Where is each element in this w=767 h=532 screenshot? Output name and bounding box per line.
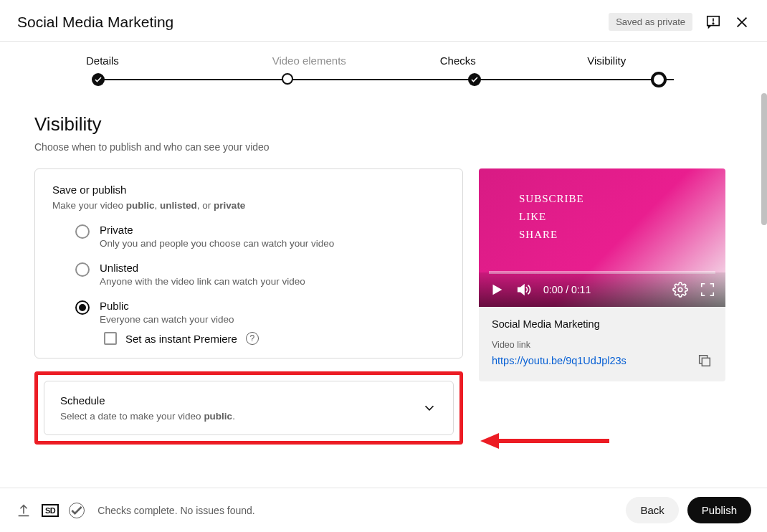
premiere-checkbox[interactable]: [104, 332, 117, 345]
step-label: Details: [86, 54, 119, 67]
annotation-highlight: Schedule Select a date to make your vide…: [34, 371, 463, 445]
step-checks[interactable]: Checks: [384, 54, 533, 77]
video-controls: 0:00 / 0:11: [479, 272, 725, 307]
dialog-footer: SD Checks complete. No issues found. Bac…: [0, 488, 767, 532]
page-title: Visibility: [34, 113, 733, 136]
saved-badge: Saved as private: [609, 13, 692, 31]
back-button[interactable]: Back: [626, 497, 678, 523]
upload-icon[interactable]: [16, 503, 32, 518]
radio-icon[interactable]: [75, 300, 90, 315]
option-title: Private: [100, 224, 334, 236]
video-link[interactable]: https://youtu.be/9q1UdJpl23s: [492, 355, 627, 366]
video-time: 0:00 / 0:11: [543, 284, 661, 295]
play-icon[interactable]: [489, 282, 505, 298]
video-link-label: Video link: [492, 340, 713, 350]
radio-option-public[interactable]: Public Everyone can watch your video: [52, 300, 445, 325]
fullscreen-icon[interactable]: [700, 282, 715, 298]
radio-text: Private Only you and people you choose c…: [100, 224, 334, 249]
preview-title: Social Media Marketing: [492, 318, 713, 330]
left-column: Save or publish Make your video public, …: [34, 168, 463, 445]
premiere-row: Set as instant Premiere ?: [52, 332, 445, 345]
footer-right: Back Publish: [626, 497, 751, 523]
text-bold: public: [126, 200, 155, 211]
text: Select a date to make your video: [60, 411, 204, 422]
step-details[interactable]: Details: [86, 54, 235, 77]
video-thumbnail[interactable]: SUBSCRIBE LIKE SHARE 0:00 / 0:11: [479, 168, 725, 307]
step-line: [93, 79, 674, 80]
schedule-text: Schedule Select a date to make your vide…: [60, 394, 235, 422]
columns: Save or publish Make your video public, …: [34, 168, 733, 445]
help-icon[interactable]: ?: [246, 332, 259, 345]
schedule-subtitle: Select a date to make your video public.: [60, 411, 235, 422]
premiere-label: Set as instant Premiere: [125, 333, 237, 345]
step-dot-inactive-icon: [282, 73, 293, 85]
schedule-card[interactable]: Schedule Select a date to make your vide…: [44, 381, 454, 435]
thumb-text: SHARE: [519, 229, 725, 241]
check-circle-icon[interactable]: [69, 503, 85, 518]
page-subtitle: Choose when to publish and who can see y…: [34, 141, 733, 153]
svg-marker-5: [493, 285, 502, 295]
preview-meta: Social Media Marketing Video link https:…: [479, 307, 725, 381]
dialog-title: Social Media Marketing: [17, 14, 173, 31]
volume-icon[interactable]: [516, 282, 532, 298]
visibility-radio-group: Private Only you and people you choose c…: [52, 224, 445, 345]
step-dot-current-icon: [651, 72, 667, 87]
scrollbar[interactable]: [761, 93, 767, 225]
text: Make your video: [52, 200, 126, 211]
option-desc: Anyone with the video link can watch you…: [100, 276, 305, 287]
step-dot-done-icon: [92, 73, 105, 86]
close-icon[interactable]: [734, 14, 750, 30]
stepper: Details Video elements Checks Visibility: [0, 42, 767, 77]
save-publish-card: Save or publish Make your video public, …: [34, 168, 463, 358]
feedback-icon[interactable]: [705, 14, 721, 30]
option-title: Unlisted: [100, 262, 305, 274]
schedule-title: Schedule: [60, 394, 235, 407]
video-preview: SUBSCRIBE LIKE SHARE 0:00 / 0:11 Social …: [479, 168, 725, 381]
radio-text: Unlisted Anyone with the video link can …: [100, 262, 305, 287]
save-card-title: Save or publish: [52, 184, 445, 196]
text: ,: [155, 200, 161, 211]
footer-status: Checks complete. No issues found.: [97, 505, 254, 516]
text-bold: private: [214, 200, 245, 211]
svg-point-2: [713, 23, 713, 24]
scroll-area: Visibility Choose when to publish and wh…: [0, 93, 767, 488]
right-column: SUBSCRIBE LIKE SHARE 0:00 / 0:11 Social …: [479, 168, 725, 381]
chevron-down-icon: [421, 400, 437, 416]
header-actions: Saved as private: [609, 13, 750, 31]
thumb-right-controls: [672, 282, 715, 298]
copy-icon[interactable]: [697, 353, 713, 369]
option-title: Public: [100, 300, 234, 312]
step-label: Video elements: [272, 54, 346, 67]
text: .: [232, 411, 235, 422]
svg-marker-10: [480, 433, 499, 449]
radio-text: Public Everyone can watch your video: [100, 300, 234, 325]
dialog-header: Social Media Marketing Saved as private: [0, 0, 767, 42]
option-desc: Only you and people you choose can watch…: [100, 238, 334, 249]
step-label: Checks: [440, 54, 476, 67]
step-dot-done-icon: [468, 73, 481, 86]
radio-option-private[interactable]: Private Only you and people you choose c…: [52, 224, 445, 249]
sd-badge-icon[interactable]: SD: [42, 504, 59, 517]
video-link-row: https://youtu.be/9q1UdJpl23s: [492, 353, 713, 369]
text-bold: unlisted: [160, 200, 197, 211]
footer-left: SD Checks complete. No issues found.: [16, 503, 255, 518]
radio-icon[interactable]: [75, 224, 90, 239]
svg-point-7: [678, 288, 682, 292]
radio-option-unlisted[interactable]: Unlisted Anyone with the video link can …: [52, 262, 445, 287]
publish-button[interactable]: Publish: [687, 497, 751, 523]
option-desc: Everyone can watch your video: [100, 314, 234, 325]
thumb-text: SUBSCRIBE: [519, 193, 725, 205]
step-video-elements[interactable]: Video elements: [235, 54, 384, 77]
settings-icon[interactable]: [672, 282, 688, 298]
svg-rect-8: [702, 358, 710, 366]
save-card-subtitle: Make your video public, unlisted, or pri…: [52, 200, 445, 211]
text: , or: [197, 200, 214, 211]
thumb-text: LIKE: [519, 211, 725, 223]
radio-icon[interactable]: [75, 262, 90, 277]
svg-marker-6: [518, 285, 524, 295]
step-label: Visibility: [587, 54, 626, 67]
annotation-arrow-icon: [480, 430, 609, 452]
text-bold: public: [204, 411, 232, 422]
